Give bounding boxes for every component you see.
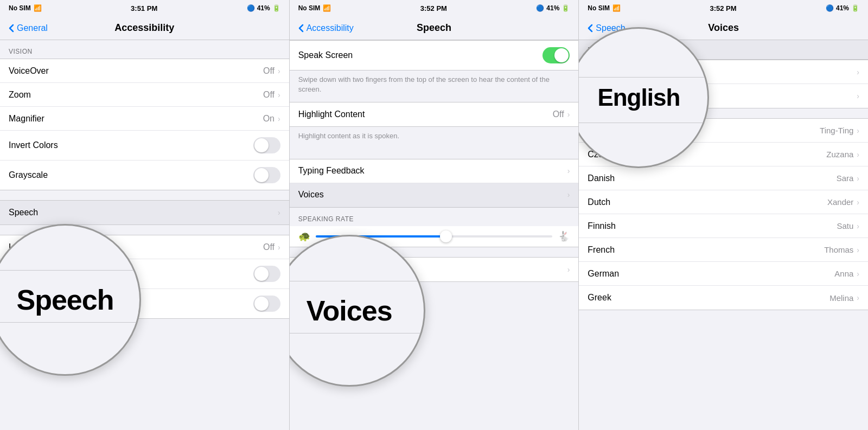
magnifier-value: On: [263, 114, 275, 124]
magnify-text-3: English: [597, 84, 680, 111]
nav-bar-1: General Accessibility: [0, 16, 289, 40]
zoom-chevron: ›: [278, 91, 280, 99]
czech-chevron: ›: [857, 150, 859, 159]
french-chevron: ›: [857, 246, 859, 254]
finnish-label: Finnish: [588, 221, 616, 231]
slow-icon: 🐢: [298, 230, 310, 242]
zoom-right: Off ›: [263, 90, 280, 100]
lang-finnish[interactable]: Finnish Satu ›: [579, 214, 868, 238]
slider-thumb[interactable]: [440, 230, 452, 242]
feedback-item[interactable]: Typing Feedback ›: [290, 159, 579, 183]
bt-icon-3: 🔵: [826, 4, 834, 12]
section-vision: VISION: [0, 40, 289, 59]
highlight-item[interactable]: Highlight Content Off ›: [290, 102, 579, 126]
greek-label: Greek: [588, 293, 611, 303]
french-voice: Thomas: [824, 245, 853, 254]
bold-text-toggle[interactable]: [253, 266, 280, 282]
speech-item[interactable]: Speech ›: [0, 201, 289, 224]
status-bar-1: No SIM 📶 3:51 PM 🔵 41% 🔋: [0, 0, 289, 16]
carrier-1: No SIM: [9, 4, 31, 12]
danish-chevron: ›: [857, 174, 859, 183]
voices-right: ›: [567, 190, 570, 199]
invert-label: Invert Colors: [9, 140, 58, 150]
lang-danish[interactable]: Danish Sara ›: [579, 166, 868, 190]
vision-list: VoiceOver Off › Zoom Off › Magnifier On …: [0, 59, 289, 190]
lang-greek[interactable]: Greek Melina ›: [579, 286, 868, 310]
dutch-label: Dutch: [588, 197, 610, 207]
speak-screen-group: Speak Screen: [290, 40, 579, 70]
greek-right: Melina ›: [829, 293, 859, 303]
voiceover-right: Off ›: [263, 66, 280, 76]
speak-screen-item[interactable]: Speak Screen: [290, 41, 579, 70]
grayscale-toggle[interactable]: [253, 167, 280, 183]
magnifier-chevron: ›: [278, 114, 280, 123]
chinese-chevron: ›: [857, 126, 859, 135]
greek-voice: Melina: [829, 293, 853, 303]
bt-icon-1: 🔵: [247, 4, 255, 12]
magnifier-right: On ›: [263, 114, 280, 124]
status-bar-3: No SIM 📶 3:52 PM 🔵 41% 🔋: [579, 0, 868, 16]
highlight-right: Off ›: [553, 110, 570, 119]
speak-screen-label: Speak Screen: [298, 50, 353, 60]
carrier-2: No SIM: [298, 4, 321, 12]
lang-german[interactable]: German Anna ›: [579, 262, 868, 286]
greek-chevron: ›: [857, 293, 859, 302]
grayscale-label: Grayscale: [9, 170, 48, 180]
status-left-1: No SIM 📶: [9, 4, 42, 12]
lang-french[interactable]: French Thomas ›: [579, 238, 868, 262]
voiceover-label: VoiceOver: [9, 66, 49, 76]
battery-2: 41%: [546, 4, 559, 12]
maged-right: ›: [857, 92, 859, 100]
zoom-item[interactable]: Zoom Off ›: [0, 83, 289, 107]
status-left-3: No SIM 📶: [588, 4, 621, 12]
status-right-3: 🔵 41% 🔋: [826, 4, 859, 12]
grayscale-thumb: [254, 168, 269, 182]
danish-label: Danish: [588, 174, 615, 183]
speech-right: ›: [278, 208, 280, 217]
battery-3: 41%: [836, 4, 849, 12]
speaking-rate-header: SPEAKING RATE: [290, 208, 579, 226]
invert-thumb: [254, 138, 269, 152]
magnifier-item[interactable]: Magnifier On ›: [0, 107, 289, 131]
status-right-2: 🔵 41% 🔋: [536, 4, 570, 12]
german-chevron: ›: [857, 269, 859, 278]
magnifier-label: Magnifier: [9, 114, 44, 124]
wifi-icon-3: 📶: [612, 4, 621, 12]
highlight-group: Highlight Content Off ›: [290, 102, 579, 127]
page-title-2: Speech: [417, 22, 451, 34]
invert-toggle[interactable]: [253, 137, 280, 153]
czech-right: Zuzana ›: [826, 150, 859, 159]
battery-icon-3: 🔋: [851, 4, 859, 12]
finnish-right: Satu ›: [837, 221, 859, 230]
voices-item[interactable]: Voices ›: [290, 183, 579, 207]
zoom-value: Off: [263, 90, 275, 100]
time-1: 3:51 PM: [131, 4, 157, 12]
panel-speech: No SIM 📶 3:52 PM 🔵 41% 🔋 Accessibility S…: [290, 0, 579, 430]
speak-screen-toggle[interactable]: [542, 47, 570, 63]
zoom-label: Zoom: [9, 90, 31, 100]
button-shapes-toggle[interactable]: [253, 296, 280, 312]
french-right: Thomas ›: [824, 245, 859, 254]
highlight-label: Highlight Content: [298, 110, 365, 119]
fast-icon: 🐇: [558, 230, 570, 242]
feedback-right: ›: [567, 166, 570, 175]
grayscale-item[interactable]: Grayscale: [0, 161, 289, 190]
danish-voice: Sara: [837, 174, 854, 183]
back-button-1[interactable]: General: [9, 23, 48, 33]
dutch-right: Xander ›: [827, 197, 859, 207]
voiceover-item[interactable]: VoiceOver Off ›: [0, 59, 289, 83]
feedback-label: Typing Feedback: [298, 166, 365, 176]
status-left-2: No SIM 📶: [298, 4, 331, 12]
larger-text-value: Off: [263, 242, 275, 252]
lang-dutch[interactable]: Dutch Xander ›: [579, 190, 868, 214]
invert-colors-item[interactable]: Invert Colors: [0, 131, 289, 161]
highlight-value: Off: [553, 110, 564, 119]
wifi-icon-2: 📶: [323, 4, 331, 12]
speech-chevron: ›: [278, 208, 280, 217]
battery-icon-1: 🔋: [272, 4, 280, 12]
wifi-icon-1: 📶: [34, 4, 42, 12]
speak-screen-desc: Swipe down with two fingers from the top…: [290, 70, 579, 102]
back-button-2[interactable]: Accessibility: [298, 23, 354, 33]
finnish-chevron: ›: [857, 222, 859, 230]
czech-voice: Zuzana: [826, 150, 853, 159]
